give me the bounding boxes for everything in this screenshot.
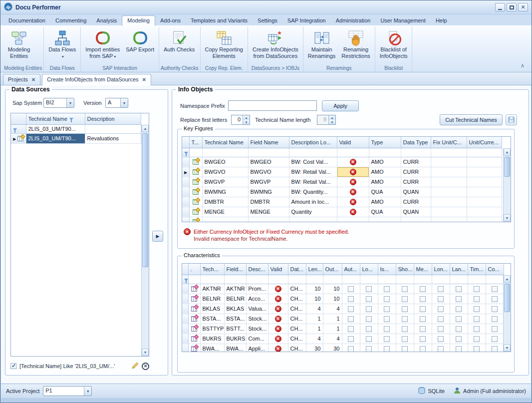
vertical-scrollbar[interactable]: ▲ ▼ — [503, 275, 511, 352]
filter-cell[interactable] — [202, 148, 248, 157]
characteristic-row[interactable]: BUKRS BUKRS Com... CH... 4 4 — [182, 334, 504, 344]
close-tab-icon[interactable]: ✕ — [31, 77, 35, 82]
checkbox[interactable] — [438, 336, 444, 342]
characteristic-row[interactable]: BSTA... BSTA... Stock... CH... 1 1 — [182, 314, 504, 324]
key-figure-row[interactable]: BWGEO BWGEO BW: Cost Val... AMO CURR — [182, 157, 502, 167]
checkbox[interactable] — [348, 336, 354, 342]
column-header-valid[interactable]: Valid — [337, 137, 369, 148]
filter-cell[interactable] — [189, 148, 202, 157]
filter-cell[interactable] — [432, 275, 450, 284]
column-header-is[interactable]: Is... — [378, 264, 396, 275]
column-header-technical-name[interactable]: Technical Name — [202, 137, 248, 148]
filter-cell[interactable] — [224, 275, 246, 284]
selected-cell[interactable] — [337, 167, 369, 177]
spin-up-icon[interactable]: ▲ — [243, 115, 250, 120]
data-flows-button[interactable]: Data Flows▾ — [45, 27, 79, 64]
filter-cell[interactable] — [306, 275, 323, 284]
filter-cell[interactable] — [337, 148, 369, 157]
ribbon-tab-administration[interactable]: Administration — [331, 16, 376, 25]
apply-button[interactable]: Apply — [322, 100, 359, 111]
checkbox[interactable] — [420, 296, 426, 302]
checkbox[interactable] — [366, 326, 372, 332]
checkbox[interactable] — [402, 286, 408, 292]
checkbox[interactable] — [384, 326, 390, 332]
checkbox[interactable] — [402, 346, 408, 352]
checkbox[interactable] — [456, 296, 462, 302]
checkbox[interactable] — [402, 296, 408, 302]
tab-projects[interactable]: Projects ✕ — [3, 74, 40, 85]
filter-cell[interactable] — [396, 275, 414, 284]
modeling-entities-button[interactable]: ModelingEntities — [4, 27, 34, 64]
checkbox[interactable] — [456, 336, 462, 342]
checkbox[interactable] — [384, 346, 390, 352]
move-selected-button[interactable]: ▶ — [152, 231, 163, 242]
checkbox[interactable] — [492, 286, 498, 292]
filter-cell[interactable] — [401, 148, 431, 157]
spin-up-icon[interactable]: ▲ — [329, 115, 335, 120]
column-header-description[interactable]: Description Lo... — [289, 137, 337, 148]
maintain-renamings-button[interactable]: MaintainRenamings — [305, 27, 339, 64]
column-header-technical-name[interactable]: Technical Name — [26, 113, 85, 124]
filter-cell[interactable] — [268, 275, 288, 284]
column-header-type[interactable]: Type — [369, 137, 401, 148]
scroll-down-button[interactable]: ▼ — [504, 214, 511, 222]
import-entities-from-sap-button[interactable]: Import entitiesfrom SAP▾ — [82, 27, 123, 64]
checkbox[interactable] — [384, 336, 390, 342]
checkbox[interactable] — [438, 306, 444, 312]
filter-cell[interactable] — [85, 124, 141, 133]
vertical-scrollbar[interactable]: ▲ ▼ — [503, 148, 511, 222]
active-project-combo[interactable]: P1 ▼ — [43, 386, 92, 396]
checkbox[interactable] — [366, 336, 372, 342]
checkbox[interactable] — [438, 316, 444, 322]
filter-cell[interactable] — [246, 275, 268, 284]
ribbon-tab-documentation[interactable]: Documentation — [3, 16, 50, 25]
ribbon-collapse-button[interactable]: ∧ — [519, 62, 527, 69]
key-figure-row-partial[interactable] — [182, 217, 502, 222]
column-header-fix-unit[interactable]: Fix Unit/C... — [431, 137, 467, 148]
column-header-technical-name[interactable]: Tech... — [200, 264, 224, 275]
close-button[interactable]: ✕ — [518, 3, 528, 11]
renaming-restrictions-button[interactable]: RenamingRestrictions — [338, 27, 373, 64]
column-header-type-icon[interactable]: T... — [189, 137, 202, 148]
checkbox[interactable] — [492, 326, 498, 332]
filter-cell[interactable] — [450, 275, 468, 284]
ribbon-tab-sap-integration[interactable]: SAP Integration — [282, 16, 331, 25]
scrollbar-thumb[interactable] — [504, 157, 510, 177]
column-header-conversion[interactable]: Co... — [486, 264, 504, 275]
create-infoobjects-button[interactable]: Create InfoObjectsfrom DataSources — [250, 27, 301, 64]
ribbon-tab-help[interactable]: Help — [431, 16, 452, 25]
column-header-lowercase[interactable]: Lo... — [360, 264, 378, 275]
spin-down-icon[interactable]: ▼ — [243, 120, 250, 124]
blacklist-of-infoobjects-button[interactable]: Blacklist ofInfoObjects — [377, 27, 411, 64]
column-header-length[interactable]: Len... — [306, 264, 323, 275]
scroll-down-button[interactable]: ▼ — [504, 344, 511, 352]
ribbon-tab-settings[interactable]: Settings — [253, 16, 282, 25]
filter-cell[interactable] — [486, 275, 504, 284]
filter-cell[interactable] — [342, 275, 360, 284]
cell-technical-name[interactable]: 2LIS_03_UM/T90... — [26, 133, 85, 143]
tab-create-infoobjects-from-datasources[interactable]: Create InfoObjects from DataSources ✕ — [42, 74, 151, 85]
checkbox[interactable] — [366, 296, 372, 302]
minimize-button[interactable] — [495, 3, 505, 11]
checkbox[interactable] — [456, 346, 462, 352]
filter-cell[interactable] — [468, 275, 486, 284]
checkbox[interactable] — [420, 346, 426, 352]
filter-cell[interactable] — [360, 275, 378, 284]
filter-cell[interactable] — [200, 275, 224, 284]
scroll-up-button[interactable]: ▲ — [504, 275, 511, 283]
column-header-output-length[interactable]: Out... — [323, 264, 342, 275]
checkbox[interactable] — [402, 316, 408, 322]
checkbox[interactable] — [366, 286, 372, 292]
vertical-scrollbar[interactable]: ▲ ▼ — [141, 125, 149, 356]
checkbox[interactable] — [456, 306, 462, 312]
checkbox[interactable] — [348, 286, 354, 292]
namespace-prefix-input[interactable] — [228, 100, 317, 111]
checkbox[interactable] — [348, 296, 354, 302]
checkbox[interactable] — [420, 286, 426, 292]
auth-checks-button[interactable]: Auth Checks — [161, 27, 198, 64]
sap-export-button[interactable]: SAP Export — [123, 27, 157, 64]
key-figure-row[interactable]: BWGVP BWGVP BW: Retail Val... AMO CURR — [182, 177, 502, 187]
checkbox[interactable] — [438, 286, 444, 292]
checkbox[interactable] — [384, 286, 390, 292]
clear-filter-icon[interactable]: ✕ — [142, 363, 149, 370]
